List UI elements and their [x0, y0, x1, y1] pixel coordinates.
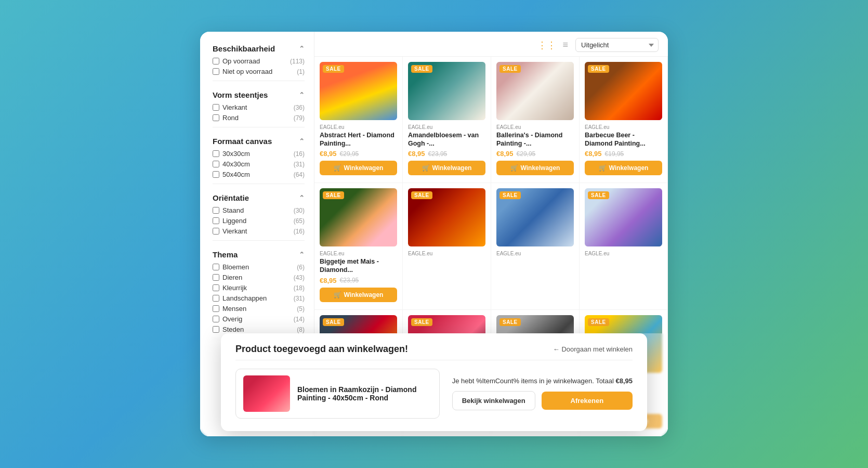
product-image-wrap: SALE: [585, 62, 662, 120]
sale-badge: SALE: [499, 318, 521, 326]
filter-checkbox[interactable]: [213, 207, 219, 214]
add-to-cart-button[interactable]: 🛒 Winkelwagen: [496, 161, 574, 175]
product-image-wrap: SALE: [585, 188, 662, 246]
product-title: Ballerina's - Diamond Painting -...: [496, 131, 574, 148]
popup-product: Bloemen in Raamkozijn - Diamond Painting…: [235, 369, 440, 419]
product-brand: EAGLE.eu: [585, 124, 662, 130]
filter-section-orientatie: Oriëntatie⌃ Staand (30) Liggend (65) Vie…: [213, 193, 305, 241]
product-brand: EAGLE.eu: [320, 251, 397, 256]
product-image-wrap: SALE: [320, 188, 397, 246]
filter-header-formaat[interactable]: Formaat canvas⌃: [213, 137, 305, 146]
filter-checkbox[interactable]: [213, 150, 219, 157]
filter-checkbox[interactable]: [213, 228, 219, 235]
add-to-cart-button[interactable]: 🛒 Winkelwagen: [320, 288, 397, 302]
filter-section-formaat: Formaat canvas⌃ 30x30cm (16) 40x30cm (31…: [213, 137, 305, 184]
filter-checkbox[interactable]: [213, 68, 219, 75]
product-title: Barbecue Beer - Diamond Painting...: [585, 131, 662, 148]
filter-checkbox[interactable]: [213, 161, 219, 167]
filter-item: 50x40cm (64): [213, 171, 305, 178]
popup-title: Product toegevoegd aan winkelwagen!: [235, 344, 408, 355]
popup-card: Product toegevoegd aan winkelwagen! ← Do…: [221, 333, 647, 431]
filter-checkbox[interactable]: [213, 295, 219, 302]
filter-checkbox[interactable]: [213, 264, 219, 270]
price-new: €8,95: [320, 150, 337, 158]
sale-badge: SALE: [323, 318, 344, 326]
product-image-wrap: SALE: [408, 62, 485, 120]
price-new: €8,95: [496, 150, 514, 158]
filter-checkbox[interactable]: [213, 316, 219, 322]
price-old: €23,95: [340, 277, 359, 284]
product-brand: EAGLE.eu: [496, 124, 574, 130]
add-to-cart-button[interactable]: 🛒 Winkelwagen: [320, 161, 397, 175]
filter-checkbox[interactable]: [213, 284, 219, 291]
sale-badge: SALE: [323, 191, 344, 199]
product-card: SALEEAGLE.euAbstract Hert - Diamond Pain…: [314, 57, 403, 183]
product-prices: €8,95€23,95: [320, 277, 397, 284]
price-new: €8,95: [320, 277, 337, 284]
filter-checkbox[interactable]: [213, 171, 219, 178]
filter-item: Staand (30): [213, 206, 305, 214]
filter-checkbox[interactable]: [213, 326, 219, 333]
product-title: Abstract Hert - Diamond Painting...: [320, 131, 397, 148]
product-card: SALEEAGLE.eu: [491, 183, 580, 309]
product-card: SALEEAGLE.euAmandelbloesem - van Gogh -.…: [403, 57, 491, 183]
continue-shopping-link[interactable]: ← Doorgaan met winkelen: [553, 345, 633, 353]
grid-view-button[interactable]: ⋮⋮: [535, 38, 558, 52]
sale-badge: SALE: [411, 318, 432, 326]
filter-item: Bloemen (6): [213, 263, 305, 271]
filter-section-thema: Thema⌃ Bloemen (6) Dieren (43) Kleurrijk…: [213, 250, 305, 339]
sale-badge: SALE: [411, 65, 432, 73]
filter-checkbox[interactable]: [213, 274, 219, 281]
filter-checkbox[interactable]: [213, 114, 219, 121]
filter-divider: [213, 127, 305, 127]
filter-checkbox[interactable]: [213, 217, 219, 224]
sale-badge: SALE: [588, 65, 609, 73]
filter-section-beschikbaarheid: Beschikbaarheid⌃ Op voorraad (113) Niet …: [213, 44, 305, 81]
product-brand: EAGLE.eu: [585, 251, 662, 256]
price-old: €29,95: [340, 150, 359, 158]
filter-divider: [213, 240, 305, 241]
filter-item: 30x30cm (16): [213, 150, 305, 158]
popup-body: Bloemen in Raamkozijn - Diamond Painting…: [235, 369, 633, 419]
filter-item: 40x30cm (31): [213, 160, 305, 168]
product-image-wrap: SALE: [496, 188, 574, 246]
product-card: SALEEAGLE.eu: [403, 183, 491, 309]
view-toggle: ⋮⋮ ≡: [535, 38, 570, 52]
price-new: €8,95: [408, 150, 425, 158]
filter-item: Overig (14): [213, 315, 305, 323]
add-to-cart-button[interactable]: 🛒 Winkelwagen: [585, 161, 662, 175]
sort-select[interactable]: UitgelichtPrijs: laag naar hoogPrijs: ho…: [575, 38, 659, 52]
filter-checkbox[interactable]: [213, 104, 219, 111]
filter-checkbox[interactable]: [213, 58, 219, 64]
product-prices: €8,95€23,95: [408, 150, 485, 158]
filter-divider: [213, 81, 305, 81]
checkout-button[interactable]: Afrekenen: [542, 392, 633, 410]
filter-header-thema[interactable]: Thema⌃: [213, 250, 305, 259]
product-brand: EAGLE.eu: [408, 251, 485, 256]
add-to-cart-button[interactable]: 🛒 Winkelwagen: [408, 161, 485, 175]
popup-header: Product toegevoegd aan winkelwagen! ← Do…: [235, 344, 633, 355]
list-view-button[interactable]: ≡: [560, 38, 570, 51]
sale-badge: SALE: [588, 318, 609, 326]
product-image-wrap: SALE: [408, 188, 485, 246]
product-image-wrap: SALE: [320, 62, 397, 120]
popup-product-info: Bloemen in Raamkozijn - Diamond Painting…: [297, 385, 432, 402]
product-prices: €8,95€19,95: [585, 150, 662, 158]
filter-header-vorm[interactable]: Vorm steentjes⌃: [213, 90, 305, 99]
product-card: SALEEAGLE.euBarbecue Beer - Diamond Pain…: [580, 57, 668, 183]
filter-checkbox[interactable]: [213, 305, 219, 312]
product-title: Amandelbloesem - van Gogh -...: [408, 131, 485, 148]
product-brand: EAGLE.eu: [320, 124, 397, 130]
main-container: Beschikbaarheid⌃ Op voorraad (113) Niet …: [200, 32, 668, 436]
sale-badge: SALE: [411, 191, 432, 199]
filter-header-beschikbaarheid[interactable]: Beschikbaarheid⌃: [213, 44, 305, 53]
filter-header-orientatie[interactable]: Oriëntatie⌃: [213, 193, 305, 202]
filter-item: Landschappen (31): [213, 294, 305, 302]
filter-section-vorm: Vorm steentjes⌃ Vierkant (36) Rond (79): [213, 90, 305, 127]
filter-item: Liggend (65): [213, 217, 305, 225]
product-title: Biggetje met Mais - Diamond...: [320, 257, 397, 275]
view-cart-button[interactable]: Bekijk winkelwagen: [452, 391, 535, 410]
product-prices: €8,95€29,95: [320, 150, 397, 158]
filter-item: Rond (79): [213, 114, 305, 122]
sale-badge: SALE: [499, 65, 521, 73]
